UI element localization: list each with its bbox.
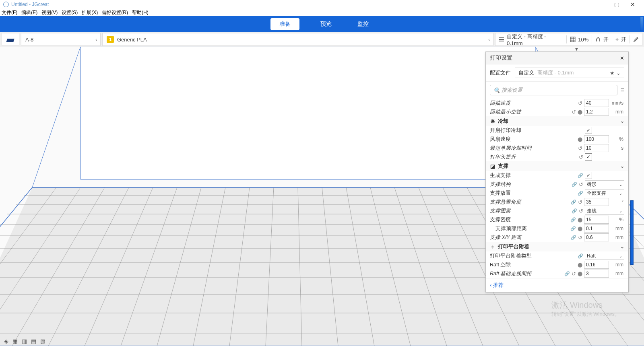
setting-support-top-distance: 支撑顶部距离 🔗 ⬤ 0.1 mm [486,224,628,233]
dropdown-indicator-icon: ▼ [574,47,579,51]
link-icon[interactable]: 🔗 [578,191,583,196]
menu-file[interactable]: 文件(F) [2,9,17,16]
link-icon[interactable]: 🔗 [564,271,570,276]
adhesion-icon: ÷ [615,36,619,43]
layer-slider[interactable] [630,200,634,265]
reset-icon[interactable]: ↺ [578,235,582,241]
setting-retraction-speed: 回抽速度 ↺ 40 mm/s [486,99,628,107]
menu-view[interactable]: 视图(V) [41,9,58,16]
tab-monitor[interactable]: 监控 [353,19,374,29]
profile-summary-label: 自定义 - 高精度 - 0.1mm [507,33,563,46]
link-icon[interactable]: 🔗 [578,173,583,178]
view-right-icon[interactable]: ▧ [40,338,45,344]
material-badge-icon: 1 [107,36,114,43]
setting-support-overhang: 支撑悬垂角度 🔗 ↺ 35 ° [486,198,628,206]
profile-select[interactable]: 自定义 - 高精度 - 0.1mm ★⌄ [515,68,624,78]
menu-preferences[interactable]: 偏好设置(R) [102,9,128,16]
adhesion-icon: ÷ [490,244,495,250]
profile-name: 自定义 [518,69,534,76]
section-adhesion[interactable]: ÷ 打印平台附着 ⌄ [486,242,628,251]
link-icon[interactable]: 🔗 [572,182,577,187]
raft-line-spacing-input[interactable]: 3 [584,270,609,278]
view-top-icon[interactable]: ▥ [22,338,27,344]
minimize-button[interactable]: — [592,1,609,8]
lift-head-checkbox[interactable]: ✓ [585,153,592,161]
setting-raft-airgap: Raft 空隙 ⬤ 0.16 mm [486,260,628,269]
support-overhang-input[interactable]: 35 [584,198,609,206]
support-xy-distance-input[interactable]: 0.6 [584,233,609,241]
close-button[interactable]: ✕ [625,1,641,8]
generate-support-checkbox[interactable]: ✓ [585,172,592,179]
section-cooling[interactable]: ❋ 冷却 ⌄ [486,116,628,126]
stage-tabs: 准备 预览 监控 [270,18,374,30]
support-top-distance-input[interactable]: 0.1 [584,224,609,233]
recommend-row[interactable]: ‹ 推荐 [486,278,628,292]
raft-airgap-input[interactable]: 0.16 [584,261,609,269]
maximize-button[interactable]: ▢ [609,1,625,8]
search-input[interactable]: 🔍 搜索设置 [490,85,617,95]
link-icon[interactable]: 🔗 [572,208,577,214]
support-density-input[interactable]: 15 [584,216,609,224]
link-icon[interactable]: 🔗 [570,217,576,222]
open-file-button[interactable] [2,33,19,46]
windows-watermark: 激活 Windows 转到"设置"以激活 Windows。 [551,300,620,318]
print-profile-bar[interactable]: 自定义 - 高精度 - 0.1mm 10% 开 ÷ 开 [495,33,642,46]
retraction-speed-input[interactable]: 40 [584,99,609,107]
view-left-icon[interactable]: ▤ [31,338,36,344]
reset-icon[interactable]: ↺ [572,109,576,115]
support-value: 开 [603,36,609,43]
printer-selector[interactable]: A-8 ‹ [21,33,101,46]
setting-fan-speed: 风扇速度 ⬤ 100 % [486,135,628,144]
menu-edit[interactable]: 编辑(E) [21,9,37,16]
link-icon[interactable]: 🔗 [571,200,576,205]
tab-preview[interactable]: 预览 [316,19,336,29]
fan-speed-input[interactable]: 100 [584,135,609,143]
link-icon[interactable]: ⬤ [578,137,582,142]
fan-icon: ❋ [490,118,495,124]
link-icon[interactable]: ⬤ [578,217,582,222]
tab-prepare[interactable]: 准备 [270,18,299,30]
support-icon [595,37,601,42]
support-structure-select[interactable]: 树形⌄ [585,180,624,188]
reset-icon[interactable]: ↺ [578,145,582,151]
menu-help[interactable]: 帮助(H) [132,9,149,16]
adhesion-type-select[interactable]: Raft⌄ [585,252,624,260]
reset-icon[interactable]: ↺ [579,154,583,160]
view-front-icon[interactable]: ▦ [12,338,18,344]
chevron-left-icon: ‹ [488,37,490,42]
support-pattern-select[interactable]: 走线⌄ [585,207,624,215]
enable-cooling-checkbox[interactable]: ✓ [585,127,592,134]
secondary-bar: A-8 ‹ 1 Generic PLA ‹ 自定义 - 高精度 - 0.1mm … [0,32,644,47]
app-icon [3,2,9,7]
chevron-down-icon: ⌄ [620,163,624,169]
link-icon[interactable]: ⬤ [578,226,582,231]
reset-icon[interactable]: ↺ [579,181,583,187]
retraction-min-travel-input[interactable]: 1.2 [584,108,609,116]
support-placement-select[interactable]: 全部支撑⌄ [585,189,624,197]
search-icon: 🔍 [493,87,500,93]
setting-generate-support: 生成支撑 🔗 ✓ [486,171,628,180]
reset-icon[interactable]: ↺ [572,271,576,277]
reset-icon[interactable]: ↺ [579,208,583,214]
min-layer-time-input[interactable]: 10 [584,144,609,152]
printer-name: A-8 [25,37,33,43]
settings-list[interactable]: 回抽速度 ↺ 40 mm/s 回抽最小空驶 ↺ ⬤ 1.2 mm ❋ 冷却 ⌄ … [486,99,628,278]
recommend-link[interactable]: ‹ 推荐 [490,282,504,288]
link-icon[interactable]: 🔗 [571,235,576,240]
link-icon[interactable]: 🔗 [570,226,576,231]
link-icon[interactable]: ⬤ [578,262,582,268]
panel-close-button[interactable]: ✕ [620,55,624,61]
material-selector[interactable]: 1 Generic PLA ‹ [102,33,493,46]
view-3d-icon[interactable]: ◈ [4,338,8,344]
menu-extensions[interactable]: 扩展(X) [82,9,98,16]
section-support[interactable]: ◪ 支撑 ⌄ [486,161,628,171]
profile-detail: - 高精度 - 0.1mm [534,69,574,76]
settings-menu-button[interactable]: ≡ [621,86,624,94]
link-icon[interactable]: 🔗 [578,253,583,259]
link-icon[interactable]: ⬤ [578,271,582,276]
menu-settings[interactable]: 设置(S) [62,9,78,16]
setting-support-xy-distance: 支撑 X/Y 距离 🔗 ↺ 0.6 mm [486,233,628,242]
link-icon[interactable]: ⬤ [578,109,582,115]
reset-icon[interactable]: ↺ [578,100,582,106]
reset-icon[interactable]: ↺ [578,199,582,205]
